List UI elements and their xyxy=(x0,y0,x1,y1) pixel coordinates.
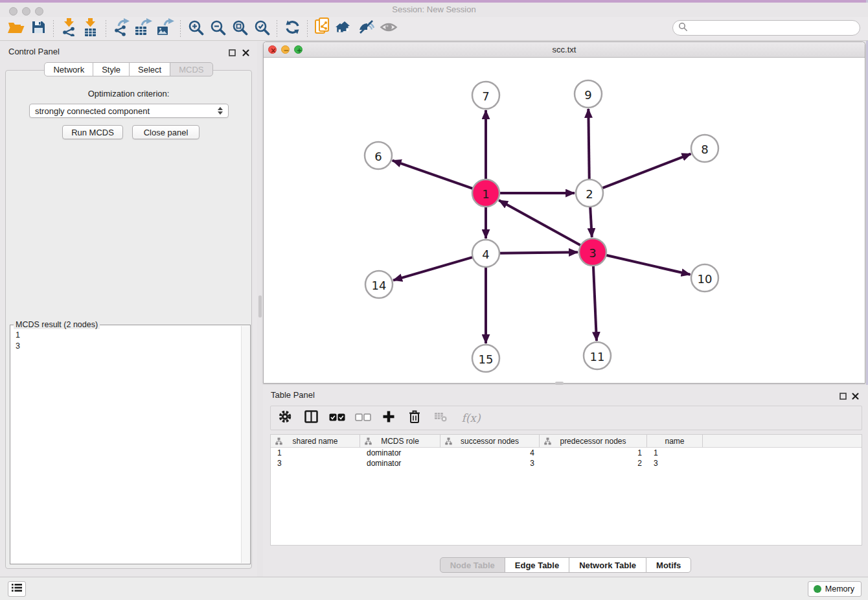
tree-icon xyxy=(445,437,452,447)
zoom-out-button[interactable] xyxy=(207,18,229,39)
graph-edge-2-8[interactable] xyxy=(602,154,691,188)
show-graphics-details-button[interactable] xyxy=(378,18,400,39)
criterion-dropdown[interactable]: strongly connected component xyxy=(29,104,229,118)
cell-successor-nodes[interactable]: 4 xyxy=(440,448,540,458)
delete-column-button[interactable] xyxy=(407,410,422,426)
export-network-button[interactable] xyxy=(110,18,132,39)
import-table-button[interactable] xyxy=(80,18,102,39)
hide-graphics-details-button[interactable] xyxy=(356,18,378,39)
table-panel-title: Table Panel xyxy=(271,390,315,400)
select-all-columns-button[interactable] xyxy=(329,410,345,426)
create-column-button[interactable] xyxy=(381,410,396,426)
column-header-name[interactable]: name xyxy=(647,435,703,447)
column-header-mcds-role[interactable]: MCDS role xyxy=(360,435,440,447)
tab-mcds[interactable]: MCDS xyxy=(170,62,212,76)
cell-predecessor-nodes[interactable]: 1 xyxy=(540,448,647,458)
column-label: predecessor nodes xyxy=(560,437,626,446)
graph-edge-1-6[interactable] xyxy=(393,161,473,189)
export-image-button[interactable] xyxy=(154,18,176,39)
graph-edge-2-3[interactable] xyxy=(590,207,592,237)
trash-icon xyxy=(408,410,421,426)
table-settings-button[interactable] xyxy=(277,410,293,426)
cell-name[interactable]: 3 xyxy=(647,458,703,468)
table-row[interactable]: 3 dominator 3 2 3 xyxy=(271,458,862,468)
apply-layout-button[interactable] xyxy=(281,18,303,39)
graph-node-label-6: 6 xyxy=(374,150,382,163)
graph-edge-4-14[interactable] xyxy=(393,257,473,281)
toolbar-separator xyxy=(180,20,181,37)
result-scrollbar[interactable] xyxy=(241,326,249,563)
graph-node-label-10: 10 xyxy=(698,272,713,286)
tab-motifs[interactable]: Motifs xyxy=(646,557,691,573)
search-box[interactable] xyxy=(672,20,860,36)
graph-edge-3-1[interactable] xyxy=(499,200,580,246)
eye-icon xyxy=(380,20,398,37)
cell-mcds-role[interactable]: dominator xyxy=(360,458,440,468)
run-mcds-button[interactable]: Run MCDS xyxy=(62,125,123,139)
delete-table-icon xyxy=(434,411,448,425)
search-icon xyxy=(678,22,688,34)
cell-shared-name[interactable]: 3 xyxy=(271,458,360,468)
home-layout-button[interactable] xyxy=(334,18,356,39)
tab-network-table[interactable]: Network Table xyxy=(569,557,646,573)
tab-edge-table[interactable]: Edge Table xyxy=(505,557,569,573)
cell-predecessor-nodes[interactable]: 2 xyxy=(540,458,647,468)
result-line: 1 xyxy=(16,330,241,341)
tab-style[interactable]: Style xyxy=(93,62,130,76)
graph-edge-3-11[interactable] xyxy=(593,266,597,341)
zoom-out-icon xyxy=(210,19,226,38)
close-table-panel-icon[interactable] xyxy=(852,391,859,398)
fx-icon: f(x) xyxy=(461,411,480,424)
graph-edge-2-9[interactable] xyxy=(588,109,589,179)
mcds-result-group: MCDS result (2 nodes) 1 3 xyxy=(10,325,251,564)
float-panel-icon[interactable] xyxy=(229,47,236,54)
hide-graphics-icon xyxy=(358,19,376,38)
zoom-in-button[interactable] xyxy=(185,18,207,39)
cell-shared-name[interactable]: 1 xyxy=(271,448,360,458)
column-header-successor-nodes[interactable]: successor nodes xyxy=(440,435,540,447)
deselect-all-columns-button[interactable] xyxy=(355,410,371,426)
task-history-button[interactable] xyxy=(8,581,26,597)
houses-icon xyxy=(335,19,354,38)
network-graph[interactable]: 7968124314101511 xyxy=(264,58,864,383)
float-table-panel-icon[interactable] xyxy=(839,391,847,398)
close-panel-button[interactable]: Close panel xyxy=(132,125,200,139)
tab-network[interactable]: Network xyxy=(44,62,93,76)
column-label: name xyxy=(665,437,684,446)
vertical-splitter-handle[interactable] xyxy=(258,295,262,317)
graph-edge-4-3[interactable] xyxy=(499,252,578,253)
show-columns-button[interactable] xyxy=(303,410,319,426)
table-panel: Table Panel f(x) shared name MCDS role xyxy=(263,385,868,577)
memory-button[interactable]: Memory xyxy=(808,581,862,597)
tab-node-table[interactable]: Node Table xyxy=(440,557,505,573)
network-overview-button[interactable] xyxy=(312,18,334,39)
toolbar-separator xyxy=(53,20,54,37)
cell-successor-nodes[interactable]: 3 xyxy=(440,458,540,468)
network-canvas[interactable]: 7968124314101511 xyxy=(264,58,864,383)
column-header-shared-name[interactable]: shared name xyxy=(271,435,360,447)
network-window-titlebar[interactable]: scc.txt xyxy=(264,42,865,58)
column-label: MCDS role xyxy=(381,437,419,446)
memory-status-icon xyxy=(814,585,821,593)
tab-select[interactable]: Select xyxy=(129,62,170,76)
zoom-selected-button[interactable] xyxy=(251,18,273,39)
graph-edge-3-10[interactable] xyxy=(606,255,690,275)
table-row[interactable]: 1 dominator 4 1 1 xyxy=(271,448,862,458)
import-network-button[interactable] xyxy=(58,18,80,39)
export-table-icon xyxy=(134,18,152,39)
zoom-fit-button[interactable] xyxy=(229,18,251,39)
export-table-button[interactable] xyxy=(132,18,154,39)
close-panel-icon[interactable] xyxy=(242,47,249,54)
toolbar-separator xyxy=(277,20,277,37)
column-header-predecessor-nodes[interactable]: predecessor nodes xyxy=(540,435,647,447)
open-session-button[interactable] xyxy=(5,18,27,39)
save-session-button[interactable] xyxy=(27,18,49,39)
cell-name[interactable]: 1 xyxy=(647,448,703,458)
search-input[interactable] xyxy=(691,21,860,34)
function-builder-button: f(x) xyxy=(459,410,483,426)
import-table-icon xyxy=(82,18,99,39)
mcds-result-text[interactable]: 1 3 xyxy=(11,328,241,563)
refresh-icon xyxy=(284,19,301,38)
memory-button-label: Memory xyxy=(825,584,854,594)
cell-mcds-role[interactable]: dominator xyxy=(360,448,440,458)
